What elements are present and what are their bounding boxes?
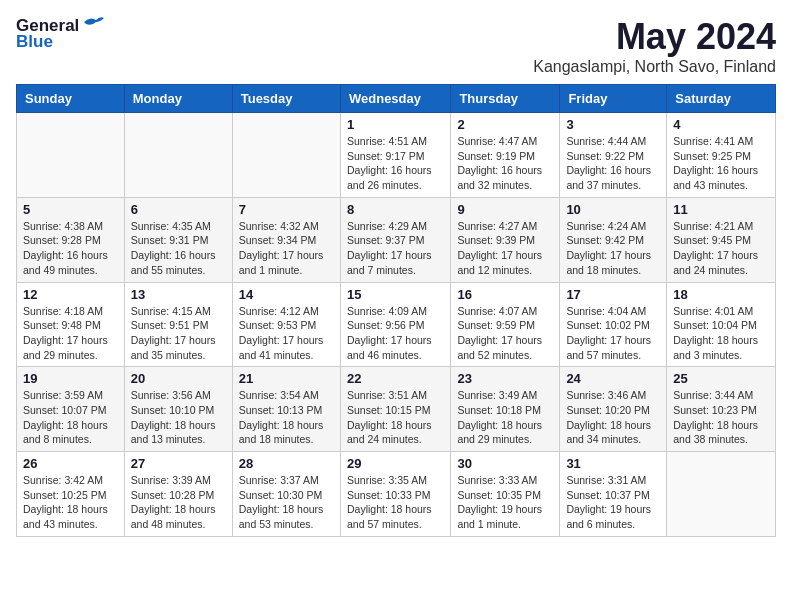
header-friday: Friday: [560, 85, 667, 113]
day-number: 13: [131, 287, 226, 302]
day-number: 20: [131, 371, 226, 386]
day-number: 10: [566, 202, 660, 217]
table-row: 24Sunrise: 3:46 AM Sunset: 10:20 PM Dayl…: [560, 367, 667, 452]
day-number: 8: [347, 202, 444, 217]
day-info: Sunrise: 4:09 AM Sunset: 9:56 PM Dayligh…: [347, 304, 444, 363]
table-row: 10Sunrise: 4:24 AM Sunset: 9:42 PM Dayli…: [560, 197, 667, 282]
logo: General Blue: [16, 16, 104, 52]
table-row: 7Sunrise: 4:32 AM Sunset: 9:34 PM Daylig…: [232, 197, 340, 282]
table-row: 26Sunrise: 3:42 AM Sunset: 10:25 PM Dayl…: [17, 452, 125, 537]
day-number: 7: [239, 202, 334, 217]
day-info: Sunrise: 3:35 AM Sunset: 10:33 PM Daylig…: [347, 473, 444, 532]
table-row: 25Sunrise: 3:44 AM Sunset: 10:23 PM Dayl…: [667, 367, 776, 452]
calendar-table: Sunday Monday Tuesday Wednesday Thursday…: [16, 84, 776, 537]
day-info: Sunrise: 3:46 AM Sunset: 10:20 PM Daylig…: [566, 388, 660, 447]
day-info: Sunrise: 4:27 AM Sunset: 9:39 PM Dayligh…: [457, 219, 553, 278]
day-number: 2: [457, 117, 553, 132]
day-number: 4: [673, 117, 769, 132]
calendar-week-row: 1Sunrise: 4:51 AM Sunset: 9:17 PM Daylig…: [17, 113, 776, 198]
day-info: Sunrise: 4:04 AM Sunset: 10:02 PM Daylig…: [566, 304, 660, 363]
day-number: 11: [673, 202, 769, 217]
page-header: General Blue May 2024 Kangaslampi, North…: [16, 16, 776, 76]
day-number: 30: [457, 456, 553, 471]
table-row: 20Sunrise: 3:56 AM Sunset: 10:10 PM Dayl…: [124, 367, 232, 452]
day-number: 19: [23, 371, 118, 386]
table-row: 19Sunrise: 3:59 AM Sunset: 10:07 PM Dayl…: [17, 367, 125, 452]
table-row: 21Sunrise: 3:54 AM Sunset: 10:13 PM Dayl…: [232, 367, 340, 452]
day-number: 1: [347, 117, 444, 132]
table-row: 6Sunrise: 4:35 AM Sunset: 9:31 PM Daylig…: [124, 197, 232, 282]
day-info: Sunrise: 3:49 AM Sunset: 10:18 PM Daylig…: [457, 388, 553, 447]
table-row: 14Sunrise: 4:12 AM Sunset: 9:53 PM Dayli…: [232, 282, 340, 367]
table-row: 2Sunrise: 4:47 AM Sunset: 9:19 PM Daylig…: [451, 113, 560, 198]
day-number: 28: [239, 456, 334, 471]
calendar-week-row: 19Sunrise: 3:59 AM Sunset: 10:07 PM Dayl…: [17, 367, 776, 452]
day-info: Sunrise: 4:35 AM Sunset: 9:31 PM Dayligh…: [131, 219, 226, 278]
header-tuesday: Tuesday: [232, 85, 340, 113]
day-info: Sunrise: 4:12 AM Sunset: 9:53 PM Dayligh…: [239, 304, 334, 363]
table-row: 12Sunrise: 4:18 AM Sunset: 9:48 PM Dayli…: [17, 282, 125, 367]
day-number: 12: [23, 287, 118, 302]
day-info: Sunrise: 3:59 AM Sunset: 10:07 PM Daylig…: [23, 388, 118, 447]
table-row: 5Sunrise: 4:38 AM Sunset: 9:28 PM Daylig…: [17, 197, 125, 282]
day-number: 3: [566, 117, 660, 132]
header-thursday: Thursday: [451, 85, 560, 113]
day-info: Sunrise: 3:37 AM Sunset: 10:30 PM Daylig…: [239, 473, 334, 532]
header-wednesday: Wednesday: [340, 85, 450, 113]
table-row: 13Sunrise: 4:15 AM Sunset: 9:51 PM Dayli…: [124, 282, 232, 367]
day-number: 22: [347, 371, 444, 386]
table-row: 28Sunrise: 3:37 AM Sunset: 10:30 PM Dayl…: [232, 452, 340, 537]
day-info: Sunrise: 4:38 AM Sunset: 9:28 PM Dayligh…: [23, 219, 118, 278]
day-number: 9: [457, 202, 553, 217]
main-title: May 2024: [533, 16, 776, 58]
table-row: [17, 113, 125, 198]
day-info: Sunrise: 3:44 AM Sunset: 10:23 PM Daylig…: [673, 388, 769, 447]
table-row: 18Sunrise: 4:01 AM Sunset: 10:04 PM Dayl…: [667, 282, 776, 367]
day-number: 17: [566, 287, 660, 302]
table-row: 11Sunrise: 4:21 AM Sunset: 9:45 PM Dayli…: [667, 197, 776, 282]
day-info: Sunrise: 4:32 AM Sunset: 9:34 PM Dayligh…: [239, 219, 334, 278]
logo-bird-icon: [82, 14, 104, 30]
day-info: Sunrise: 3:56 AM Sunset: 10:10 PM Daylig…: [131, 388, 226, 447]
day-info: Sunrise: 4:15 AM Sunset: 9:51 PM Dayligh…: [131, 304, 226, 363]
day-number: 24: [566, 371, 660, 386]
day-info: Sunrise: 3:54 AM Sunset: 10:13 PM Daylig…: [239, 388, 334, 447]
day-info: Sunrise: 4:41 AM Sunset: 9:25 PM Dayligh…: [673, 134, 769, 193]
day-info: Sunrise: 3:33 AM Sunset: 10:35 PM Daylig…: [457, 473, 553, 532]
day-number: 25: [673, 371, 769, 386]
day-number: 16: [457, 287, 553, 302]
day-info: Sunrise: 4:18 AM Sunset: 9:48 PM Dayligh…: [23, 304, 118, 363]
day-info: Sunrise: 3:42 AM Sunset: 10:25 PM Daylig…: [23, 473, 118, 532]
table-row: 8Sunrise: 4:29 AM Sunset: 9:37 PM Daylig…: [340, 197, 450, 282]
day-info: Sunrise: 4:47 AM Sunset: 9:19 PM Dayligh…: [457, 134, 553, 193]
day-number: 26: [23, 456, 118, 471]
title-section: May 2024 Kangaslampi, North Savo, Finlan…: [533, 16, 776, 76]
table-row: [667, 452, 776, 537]
table-row: 1Sunrise: 4:51 AM Sunset: 9:17 PM Daylig…: [340, 113, 450, 198]
day-info: Sunrise: 3:39 AM Sunset: 10:28 PM Daylig…: [131, 473, 226, 532]
day-info: Sunrise: 4:29 AM Sunset: 9:37 PM Dayligh…: [347, 219, 444, 278]
day-info: Sunrise: 4:24 AM Sunset: 9:42 PM Dayligh…: [566, 219, 660, 278]
day-number: 5: [23, 202, 118, 217]
table-row: 16Sunrise: 4:07 AM Sunset: 9:59 PM Dayli…: [451, 282, 560, 367]
calendar-week-row: 5Sunrise: 4:38 AM Sunset: 9:28 PM Daylig…: [17, 197, 776, 282]
day-number: 18: [673, 287, 769, 302]
table-row: 15Sunrise: 4:09 AM Sunset: 9:56 PM Dayli…: [340, 282, 450, 367]
table-row: 23Sunrise: 3:49 AM Sunset: 10:18 PM Dayl…: [451, 367, 560, 452]
header-monday: Monday: [124, 85, 232, 113]
day-number: 6: [131, 202, 226, 217]
day-info: Sunrise: 4:07 AM Sunset: 9:59 PM Dayligh…: [457, 304, 553, 363]
day-info: Sunrise: 3:31 AM Sunset: 10:37 PM Daylig…: [566, 473, 660, 532]
day-number: 23: [457, 371, 553, 386]
day-number: 14: [239, 287, 334, 302]
day-info: Sunrise: 3:51 AM Sunset: 10:15 PM Daylig…: [347, 388, 444, 447]
table-row: [124, 113, 232, 198]
logo-blue-text: Blue: [16, 32, 53, 52]
day-info: Sunrise: 4:21 AM Sunset: 9:45 PM Dayligh…: [673, 219, 769, 278]
day-number: 27: [131, 456, 226, 471]
table-row: [232, 113, 340, 198]
table-row: 31Sunrise: 3:31 AM Sunset: 10:37 PM Dayl…: [560, 452, 667, 537]
day-number: 15: [347, 287, 444, 302]
table-row: 4Sunrise: 4:41 AM Sunset: 9:25 PM Daylig…: [667, 113, 776, 198]
table-row: 30Sunrise: 3:33 AM Sunset: 10:35 PM Dayl…: [451, 452, 560, 537]
